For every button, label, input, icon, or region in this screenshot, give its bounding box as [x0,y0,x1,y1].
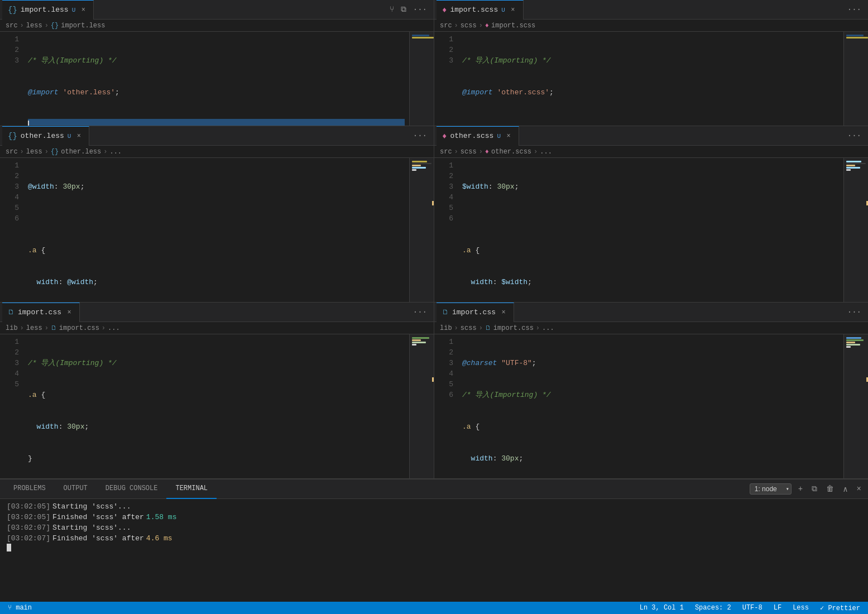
add-terminal-icon[interactable]: + [796,483,805,495]
tab-problems[interactable]: PROBLEMS [4,479,55,499]
more-icon[interactable]: ··· [411,306,429,318]
bc-file[interactable]: import.css [59,324,99,332]
more-icon[interactable]: ··· [845,306,864,318]
bc-less[interactable]: less [26,148,42,156]
status-language[interactable]: Less [790,604,811,612]
tab-less-icon: {} [8,6,17,15]
breadcrumb-import-less: src › less › {} import.less [0,20,434,32]
tab-close-icon[interactable]: × [74,132,83,141]
term-highlight-2: 4.6 ms [146,533,172,544]
code-content[interactable]: /* 导入(Importing) */ .a { width: 30px; } [23,334,409,478]
bc-file[interactable]: import.scss [491,22,535,30]
bc-lib[interactable]: lib [6,324,18,332]
bc-src[interactable]: src [6,148,18,156]
bc-icon-scss: ♦ [485,22,489,30]
tab-terminal[interactable]: TERMINAL [166,479,217,499]
status-line-ending[interactable]: LF [771,604,784,612]
split-terminal-icon[interactable]: ⧉ [809,483,819,495]
term-highlight-1: 1.58 ms [146,512,177,522]
bc-scss[interactable]: scss [461,148,477,156]
code-line-1: /* 导入(Importing) */ [28,358,405,368]
minimap-other-less [409,158,434,302]
tab-output[interactable]: OUTPUT [55,479,97,499]
bc-less[interactable]: less [26,22,42,30]
term-msg-4: Finished 'scss' after [52,533,144,544]
code-line-4: } [28,453,405,464]
code-content[interactable]: /* 导入(Importing) */ @import 'other.scss'… [458,32,843,126]
more-icon[interactable]: ··· [411,4,429,15]
tab-bar-actions: ··· [845,306,866,318]
breadcrumb-import-scss: src › scss › ♦ import.scss [434,20,868,32]
bc-sep2: › [45,148,49,156]
bc-src[interactable]: src [440,22,452,30]
terminal-body[interactable]: [03:02:05] Starting 'scss'... [03:02:05]… [0,499,868,602]
trash-terminal-icon[interactable]: 🗑 [824,483,836,495]
bc-scss[interactable]: scss [461,324,477,332]
tab-close-icon[interactable]: × [499,308,508,317]
status-spaces[interactable]: Spaces: 2 [693,604,733,612]
status-position[interactable]: Ln 3, Col 1 [637,604,686,612]
pane-import-css-less: 🗋 import.css × ··· lib › less › 🗋 import… [0,303,434,478]
branch-icon[interactable]: ⑂ [387,4,396,15]
status-left: ⑂ main [6,604,34,612]
bc-file[interactable]: other.less [61,148,101,156]
code-line-1: /* 导入(Importing) */ [28,55,405,66]
bc-scss[interactable]: scss [461,22,477,30]
bc-file[interactable]: other.scss [491,148,531,156]
tab-bar-import-css-less: 🗋 import.css × ··· [0,303,434,322]
shell-select[interactable]: 1: node [750,483,792,495]
tab-close-icon[interactable]: × [79,6,88,15]
split-icon[interactable]: ⧉ [399,4,409,15]
code-content[interactable]: $width: 30px; .a { width: $width; } [458,158,843,302]
bc-sep2: › [45,22,49,30]
more-icon-scss[interactable]: ··· [845,4,864,15]
status-encoding[interactable]: UTF-8 [740,604,765,612]
code-area-import-scss[interactable]: 1 2 3 /* 导入(Importing) */ @import 'other… [434,32,868,126]
tab-close-icon[interactable]: × [509,6,517,15]
close-terminal-icon[interactable]: × [855,483,864,495]
bc-ellipsis: ... [109,148,122,156]
code-content[interactable]: @width: 30px; .a { width: @width; } [23,158,409,302]
tab-css-icon: 🗋 [8,308,15,316]
tab-import-css-less[interactable]: 🗋 import.css × [2,303,80,322]
status-prettier[interactable]: ✓ Prettier [818,604,862,612]
bc-icon-less: {} [51,148,59,156]
tab-close-icon[interactable]: × [504,132,513,141]
code-content[interactable]: /* 导入(Importing) */ @import 'other.less'… [23,32,409,126]
more-icon[interactable]: ··· [411,130,429,141]
bc-icon-css: 🗋 [485,324,491,332]
code-area-import-css-less[interactable]: 1 2 3 4 5 /* 导入(Importing) */ .a { width… [0,334,434,478]
code-area-other-less[interactable]: 1 2 3 4 5 6 @width: 30px; .a { width: @w… [0,158,434,302]
tab-other-scss[interactable]: ♦ other.scss U × [437,126,519,146]
tab-import-css-scss[interactable]: 🗋 import.css × [437,303,514,322]
code-area-other-scss[interactable]: 1 2 3 4 5 6 $width: 30px; .a { width: $w… [434,158,868,302]
chevron-up-icon[interactable]: ∧ [841,483,850,495]
term-msg-1: Starting 'scss'... [52,501,131,512]
tab-badge-u: U [501,7,505,13]
tab-debug-console[interactable]: DEBUG CONSOLE [97,479,167,499]
bc-lib[interactable]: lib [440,324,452,332]
more-icon[interactable]: ··· [845,130,864,141]
bc-src[interactable]: src [6,22,18,30]
code-area-import-css-scss[interactable]: 1 2 3 4 5 6 @charset "UTF-8"; /* 导入(Impo… [434,334,868,478]
breadcrumb-other-scss: src › scss › ♦ other.scss › ... [434,146,868,158]
bc-src[interactable]: src [440,148,452,156]
editor-area: {} import.less U × ⑂ ⧉ ··· src › less [0,0,868,479]
code-line-3: .a { [462,245,839,256]
bc-file[interactable]: import.css [493,324,534,332]
bc-sep1: › [20,324,24,332]
bc-file[interactable]: import.less [61,22,105,30]
tab-import-scss[interactable]: ♦ import.scss U × [437,0,524,20]
bc-sep3: › [534,148,538,156]
code-area-import-less[interactable]: 1 2 3 /* 导入(Importing) */ @import 'other… [0,32,434,126]
tab-import-less[interactable]: {} import.less U × [2,0,94,20]
tab-other-less[interactable]: {} other.less U × [2,126,89,146]
bc-sep2: › [45,324,49,332]
minimap-import-less [409,32,434,126]
line-numbers: 1 2 3 [0,32,23,126]
term-msg-2: Finished 'scss' after [52,512,144,522]
code-content[interactable]: @charset "UTF-8"; /* 导入(Importing) */ .a… [458,334,843,478]
bc-less[interactable]: less [26,324,42,332]
status-branch[interactable]: ⑂ main [6,604,34,612]
tab-close-icon[interactable]: × [65,308,74,317]
